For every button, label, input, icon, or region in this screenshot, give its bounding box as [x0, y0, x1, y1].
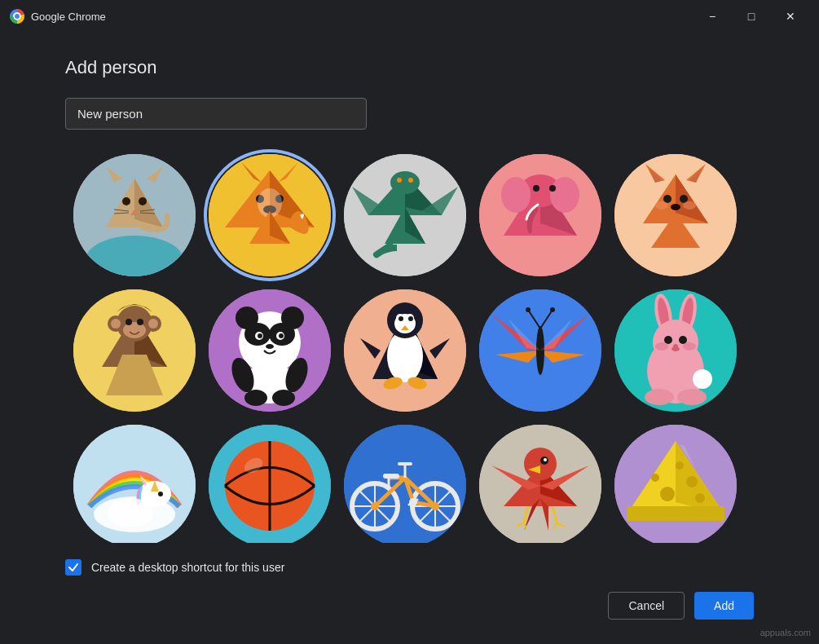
cancel-button[interactable]: Cancel	[608, 592, 685, 620]
svg-rect-160	[383, 474, 399, 479]
svg-point-79	[279, 333, 284, 338]
svg-point-65	[125, 319, 132, 325]
title-bar: Google Chrome − □ ✕	[0, 0, 819, 33]
svg-point-44	[533, 185, 539, 192]
svg-point-171	[524, 448, 557, 480]
avatar-rabbit[interactable]	[614, 289, 737, 412]
svg-point-53	[663, 195, 671, 203]
svg-point-120	[653, 320, 698, 365]
avatar-fox2[interactable]	[614, 154, 737, 276]
svg-point-111	[550, 307, 555, 312]
svg-point-191	[695, 493, 705, 503]
svg-point-42	[501, 177, 531, 213]
svg-point-66	[137, 319, 143, 325]
svg-point-82	[281, 307, 304, 329]
dialog-buttons: Cancel Add	[65, 592, 754, 628]
avatar-cheese[interactable]	[614, 425, 737, 543]
avatar-panda[interactable]	[209, 289, 331, 412]
avatar-dragon[interactable]	[344, 154, 466, 276]
svg-point-174	[544, 458, 547, 461]
maximize-button[interactable]: □	[733, 3, 770, 29]
avatar-grid-wrapper	[65, 146, 754, 543]
svg-point-109	[526, 307, 531, 312]
avatar-bird[interactable]	[479, 425, 601, 543]
avatar-monkey[interactable]	[73, 289, 196, 412]
shortcut-checkbox-row: Create a desktop shortcut for this user	[65, 556, 754, 576]
svg-point-68	[111, 319, 121, 329]
svg-point-189	[651, 474, 659, 482]
avatar-fox[interactable]	[209, 154, 331, 276]
svg-point-124	[673, 344, 678, 349]
avatar-penguin[interactable]	[344, 289, 466, 412]
window-controls: − □ ✕	[694, 3, 809, 29]
svg-point-187	[660, 487, 675, 501]
svg-point-95	[398, 316, 403, 321]
svg-point-134	[158, 492, 163, 496]
svg-point-45	[549, 185, 556, 192]
svg-point-129	[677, 389, 707, 405]
svg-point-36	[397, 178, 402, 183]
svg-point-54	[680, 195, 688, 203]
svg-point-37	[408, 178, 413, 183]
chrome-logo-icon	[10, 9, 24, 24]
svg-point-35	[390, 171, 420, 194]
minimize-button[interactable]: −	[694, 3, 731, 29]
svg-point-121	[664, 336, 672, 344]
svg-point-122	[679, 336, 687, 344]
svg-point-126	[683, 342, 696, 351]
svg-point-56	[655, 201, 668, 210]
svg-point-188	[686, 476, 698, 487]
svg-point-127	[693, 369, 712, 389]
person-name-input[interactable]	[65, 98, 367, 130]
svg-point-137	[108, 498, 153, 527]
svg-point-81	[236, 307, 258, 329]
svg-point-80	[266, 344, 274, 349]
svg-point-43	[550, 177, 579, 213]
avatar-bicycle[interactable]	[344, 425, 466, 543]
checkmark-icon	[68, 562, 79, 573]
add-button[interactable]: Add	[694, 592, 754, 620]
avatar-unicorn[interactable]	[73, 425, 196, 543]
avatar-elephant[interactable]	[479, 154, 601, 276]
dialog-title: Add person	[65, 57, 754, 78]
avatar-grid-scroll[interactable]	[65, 146, 754, 543]
svg-rect-186	[627, 506, 724, 521]
shortcut-checkbox[interactable]	[65, 559, 81, 576]
svg-point-55	[671, 204, 680, 210]
avatar-grid	[65, 146, 751, 543]
svg-point-96	[408, 316, 413, 321]
svg-point-9	[122, 197, 130, 205]
svg-point-190	[676, 461, 684, 470]
dialog-content: Add person	[0, 33, 819, 644]
svg-point-86	[272, 390, 295, 406]
shortcut-checkbox-label: Create a desktop shortcut for this user	[91, 561, 284, 574]
close-button[interactable]: ✕	[772, 3, 809, 29]
svg-point-64	[123, 322, 146, 338]
svg-point-85	[244, 390, 267, 406]
svg-point-57	[683, 201, 696, 210]
avatar-basketball[interactable]	[209, 425, 331, 543]
svg-point-10	[139, 197, 147, 205]
svg-point-125	[655, 342, 668, 351]
avatar-butterfly[interactable]	[479, 289, 601, 412]
svg-point-2	[15, 14, 20, 19]
svg-point-128	[645, 389, 674, 405]
svg-point-78	[258, 333, 262, 338]
title-bar-text: Google Chrome	[31, 11, 694, 23]
svg-point-70	[148, 319, 158, 329]
avatar-cat[interactable]	[73, 154, 196, 276]
watermark: appuals.com	[760, 628, 811, 637]
